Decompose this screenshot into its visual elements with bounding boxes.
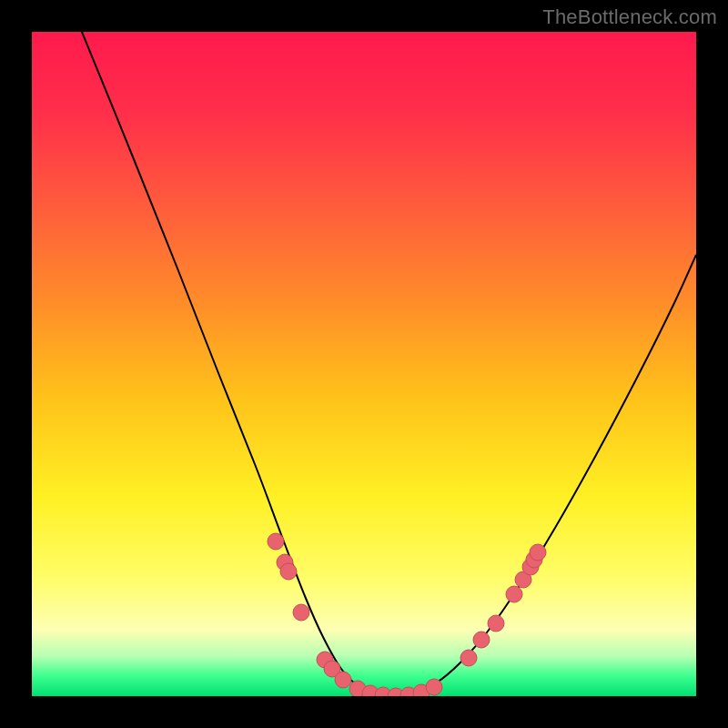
data-dot — [488, 615, 504, 632]
data-dot — [530, 544, 546, 561]
chart-frame: TheBottleneck.com — [0, 0, 728, 728]
data-dot — [460, 650, 477, 666]
data-dot — [268, 533, 284, 550]
data-dot — [473, 632, 490, 648]
data-dot — [280, 563, 297, 580]
data-dot — [506, 586, 522, 602]
plot-area — [32, 32, 696, 696]
right-curve — [396, 255, 696, 696]
data-dot-group — [268, 533, 546, 696]
data-dot — [293, 604, 309, 621]
left-curve — [82, 32, 396, 696]
data-dot — [426, 679, 442, 695]
data-dot — [335, 672, 351, 688]
attribution-text: TheBottleneck.com — [542, 5, 717, 29]
curve-group — [82, 32, 696, 696]
chart-svg — [32, 32, 696, 696]
